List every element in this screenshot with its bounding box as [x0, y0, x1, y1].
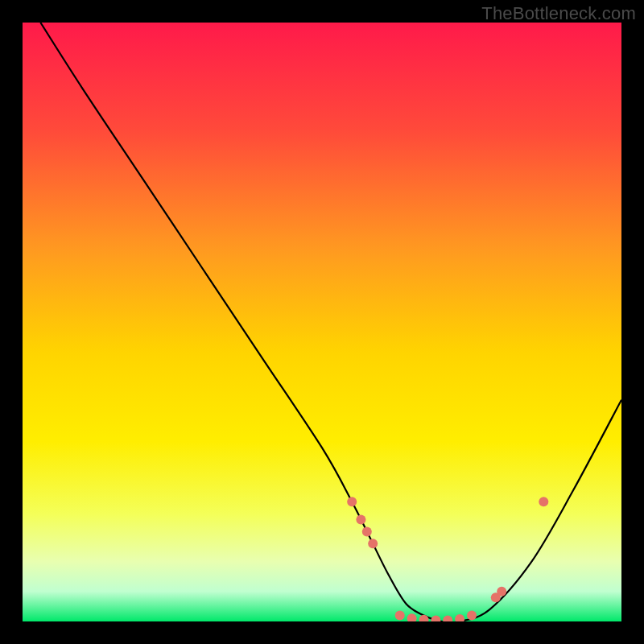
gradient-background	[23, 23, 621, 621]
highlight-dot	[539, 497, 548, 506]
highlight-dot	[497, 587, 506, 597]
highlight-dot	[347, 497, 357, 506]
highlight-dot	[368, 539, 378, 548]
highlight-dot	[356, 515, 365, 525]
chart-frame	[23, 23, 621, 621]
watermark-text: TheBottleneck.com	[481, 3, 636, 24]
highlight-dot	[395, 611, 405, 621]
highlight-dot	[467, 611, 477, 621]
highlight-dot	[362, 526, 372, 536]
bottleneck-chart	[23, 23, 621, 621]
